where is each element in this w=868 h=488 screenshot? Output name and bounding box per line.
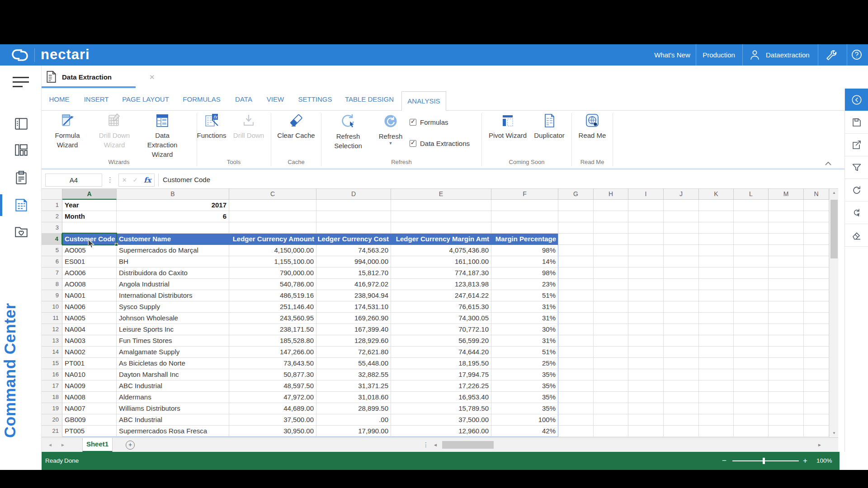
- cell-L1[interactable]: [734, 200, 769, 211]
- cell-B4[interactable]: Customer Name: [117, 234, 229, 245]
- cell-I7[interactable]: [628, 267, 664, 279]
- cell-K17[interactable]: [699, 380, 734, 392]
- cell-B11[interactable]: Johnson Wholesale: [117, 313, 229, 324]
- cell-I10[interactable]: [628, 301, 664, 313]
- cell-G12[interactable]: [558, 324, 594, 335]
- cell-C21[interactable]: 30,950.00: [229, 426, 316, 437]
- row-header-21[interactable]: 21: [42, 426, 62, 437]
- cell-H6[interactable]: [594, 256, 628, 267]
- cell-C2[interactable]: [229, 211, 316, 222]
- cell-J18[interactable]: [664, 392, 699, 403]
- cell-B12[interactable]: Leisure Sports Inc: [117, 324, 229, 335]
- row-header-7[interactable]: 7: [42, 267, 62, 279]
- cell-D16[interactable]: 32,882.55: [316, 369, 391, 380]
- cell-L6[interactable]: [734, 256, 769, 267]
- refresh-selection-button[interactable]: Refresh Selection: [323, 112, 373, 150]
- tab-formulas[interactable]: FORMULAS: [183, 89, 220, 110]
- cell-L17[interactable]: [734, 380, 769, 392]
- cell-C7[interactable]: 790,000.00: [229, 267, 316, 279]
- cell-F11[interactable]: 31%: [491, 313, 558, 324]
- cell-J2[interactable]: [664, 211, 699, 222]
- cell-B5[interactable]: Supermercados do Marçal: [117, 245, 229, 256]
- cell-K8[interactable]: [699, 279, 734, 290]
- user-menu[interactable]: Dataextraction: [766, 44, 810, 66]
- cell-J10[interactable]: [664, 301, 699, 313]
- cell-B14[interactable]: Amalgamate Supply: [117, 347, 229, 358]
- column-header-K[interactable]: K: [699, 189, 734, 200]
- name-box[interactable]: A4: [45, 174, 102, 187]
- cell-B20[interactable]: ABC Industrial: [117, 414, 229, 426]
- cell-N13[interactable]: [804, 335, 829, 347]
- cell-E1[interactable]: [391, 200, 491, 211]
- document-tab-title[interactable]: Data Extraction: [62, 66, 112, 89]
- column-header-A[interactable]: A: [62, 189, 117, 200]
- eraser-icon[interactable]: [845, 224, 868, 247]
- wrench-icon[interactable]: [826, 49, 838, 63]
- cell-N12[interactable]: [804, 324, 829, 335]
- cell-H16[interactable]: [594, 369, 628, 380]
- cell-B18[interactable]: Aldermans: [117, 392, 229, 403]
- cell-C20[interactable]: 37,500.00: [229, 414, 316, 426]
- cell-A13[interactable]: NA003: [62, 335, 117, 347]
- cell-F14[interactable]: 51%: [491, 347, 558, 358]
- cell-E18[interactable]: 16,953.40: [391, 392, 491, 403]
- cell-B15[interactable]: As Bicicletas do Norte: [117, 358, 229, 369]
- cell-G5[interactable]: [558, 245, 594, 256]
- row-header-1[interactable]: 1: [42, 200, 62, 211]
- cell-I3[interactable]: [628, 222, 664, 234]
- cell-B21[interactable]: Supermercados Rosa Fresca: [117, 426, 229, 437]
- cell-J11[interactable]: [664, 313, 699, 324]
- read-me-button[interactable]: Read Me: [572, 112, 613, 140]
- cell-A21[interactable]: PT005: [62, 426, 117, 437]
- cell-L12[interactable]: [734, 324, 769, 335]
- row-header-18[interactable]: 18: [42, 392, 62, 403]
- cell-H21[interactable]: [594, 426, 628, 437]
- cell-K3[interactable]: [699, 222, 734, 234]
- cell-L14[interactable]: [734, 347, 769, 358]
- cell-C16[interactable]: 50,877.30: [229, 369, 316, 380]
- column-header-H[interactable]: H: [594, 189, 628, 200]
- cell-D11[interactable]: 169,260.90: [316, 313, 391, 324]
- row-header-17[interactable]: 17: [42, 380, 62, 392]
- cell-K21[interactable]: [699, 426, 734, 437]
- cell-G19[interactable]: [558, 403, 594, 414]
- cell-A9[interactable]: NA001: [62, 290, 117, 301]
- cell-G20[interactable]: [558, 414, 594, 426]
- cell-I13[interactable]: [628, 335, 664, 347]
- tab-home[interactable]: HOME: [49, 89, 70, 110]
- cell-G16[interactable]: [558, 369, 594, 380]
- cell-C4[interactable]: [229, 234, 316, 245]
- cell-H18[interactable]: [594, 392, 628, 403]
- cell-K13[interactable]: [699, 335, 734, 347]
- cell-E16[interactable]: 17,994.75: [391, 369, 491, 380]
- cell-N11[interactable]: [804, 313, 829, 324]
- share-icon[interactable]: [845, 134, 868, 156]
- cell-H2[interactable]: [594, 211, 628, 222]
- tab-data[interactable]: DATA: [235, 89, 252, 110]
- cell-C13[interactable]: 185,528.80: [229, 335, 316, 347]
- cell-F19[interactable]: 35%: [491, 403, 558, 414]
- cell-K6[interactable]: [699, 256, 734, 267]
- cell-H7[interactable]: [594, 267, 628, 279]
- hscroll-right-icon[interactable]: ►: [817, 438, 822, 452]
- cell-A10[interactable]: NA006: [62, 301, 117, 313]
- cell-K2[interactable]: [699, 211, 734, 222]
- fill-handle[interactable]: [115, 243, 118, 246]
- cell-M6[interactable]: [769, 256, 804, 267]
- cell-M18[interactable]: [769, 392, 804, 403]
- horizontal-scrollbar-thumb[interactable]: [442, 441, 494, 449]
- cell-D19[interactable]: 28,899.50: [316, 403, 391, 414]
- cell-F2[interactable]: [491, 211, 558, 222]
- cell-J6[interactable]: [664, 256, 699, 267]
- column-header-F[interactable]: F: [491, 189, 558, 200]
- cell-M8[interactable]: [769, 279, 804, 290]
- cell-G13[interactable]: [558, 335, 594, 347]
- row-header-3[interactable]: 3: [42, 222, 62, 234]
- cell-F18[interactable]: 35%: [491, 392, 558, 403]
- vertical-scrollbar[interactable]: ▲ ▼: [829, 189, 838, 437]
- cell-J19[interactable]: [664, 403, 699, 414]
- cell-A19[interactable]: NA007: [62, 403, 117, 414]
- cell-M12[interactable]: [769, 324, 804, 335]
- cell-I5[interactable]: [628, 245, 664, 256]
- cell-D21[interactable]: 17,990.00: [316, 426, 391, 437]
